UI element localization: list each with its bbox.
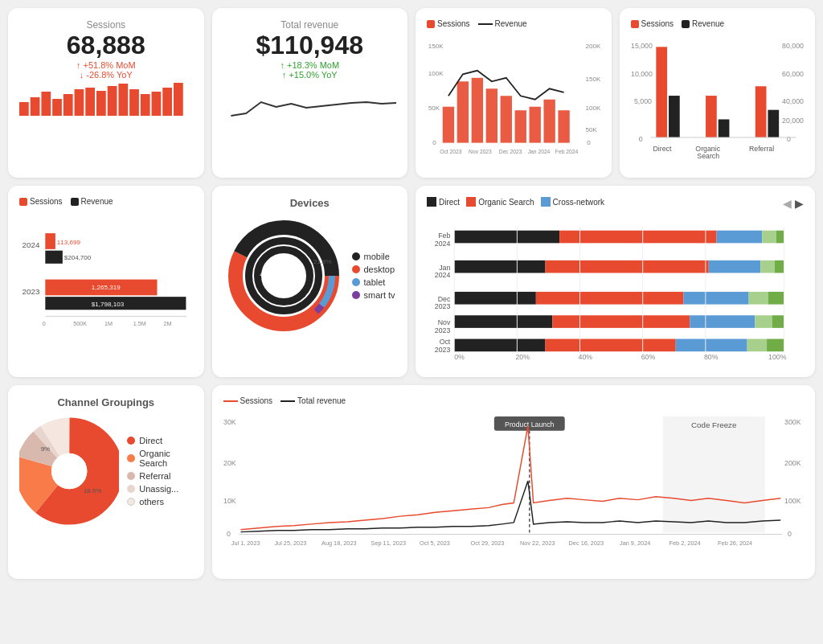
- svg-text:Referral: Referral: [748, 145, 773, 153]
- revenue-value: $110,948: [223, 31, 397, 60]
- svg-text:Jan 2024: Jan 2024: [528, 149, 551, 154]
- devices-legend: mobile desktop tablet smart tv: [352, 252, 395, 300]
- svg-text:500K: 500K: [73, 321, 87, 327]
- svg-text:Code Freeze: Code Freeze: [691, 420, 736, 429]
- svg-text:300K: 300K: [784, 418, 801, 426]
- channels-legend-revenue: Revenue: [682, 19, 724, 28]
- svg-text:Jan 9, 2024: Jan 9, 2024: [620, 539, 650, 547]
- groupings-pie: 60.7% 18.6% 9%: [19, 415, 119, 527]
- svg-rect-109: [749, 292, 768, 305]
- devices-title: Devices: [223, 197, 397, 209]
- timeline-legend-revenue: Revenue: [478, 19, 527, 28]
- svg-rect-8: [108, 86, 117, 116]
- svg-text:Aug 18, 2023: Aug 18, 2023: [321, 539, 357, 547]
- channels-chart: 15,000 10,000 5,000 0 80,000 60,000 40,0…: [631, 31, 805, 164]
- svg-text:90.6%: 90.6%: [273, 289, 294, 297]
- svg-text:100K: 100K: [428, 70, 444, 77]
- svg-text:50K: 50K: [428, 105, 440, 112]
- sessions-yoy: ↓ -26.8% YoY: [19, 70, 193, 80]
- stacked-legend: Direct Organic Search Cross-network: [427, 197, 604, 207]
- svg-rect-26: [472, 78, 483, 143]
- svg-rect-25: [457, 81, 469, 142]
- svg-text:0: 0: [43, 321, 46, 327]
- svg-rect-30: [530, 107, 541, 143]
- devices-card: Devices Sessions 46.6% Revenue 90.6%: [212, 186, 408, 377]
- svg-text:15,000: 15,000: [631, 42, 653, 50]
- svg-text:9%: 9%: [41, 445, 51, 453]
- sessions-card: Sessions 68,888 ↑ +51.8% MoM ↓ -26.8% Yo…: [8, 8, 204, 178]
- revenue-mom: ↑ +18.3% MoM: [223, 60, 397, 70]
- svg-rect-101: [454, 260, 545, 273]
- svg-rect-98: [717, 231, 763, 244]
- svg-rect-118: [676, 339, 747, 352]
- svg-rect-120: [767, 339, 784, 352]
- svg-rect-29: [515, 110, 526, 142]
- svg-point-138: [51, 453, 87, 489]
- svg-text:Sep 11, 2023: Sep 11, 2023: [371, 539, 406, 547]
- svg-rect-31: [543, 100, 555, 143]
- svg-text:40%: 40%: [579, 353, 593, 361]
- svg-text:Search: Search: [697, 152, 719, 160]
- groupings-card: Channel Groupings 60.7% 18.6%: [8, 385, 204, 579]
- svg-text:5,000: 5,000: [633, 97, 651, 105]
- svg-rect-102: [546, 260, 709, 273]
- sessions-mom: ↑ +51.8% MoM: [19, 60, 193, 70]
- svg-text:2023: 2023: [23, 287, 40, 296]
- svg-rect-14: [174, 83, 183, 116]
- yearly-legend: Sessions Revenue: [19, 197, 193, 206]
- svg-text:1.5M: 1.5M: [133, 321, 146, 327]
- devices-donut: Sessions 46.6% Revenue 90.6% 21.8%: [223, 215, 344, 336]
- sessions-mom-arrow: ↑: [76, 60, 81, 70]
- channels-card: Sessions Revenue 15,000 10,000 5,000 0 8…: [620, 8, 816, 178]
- svg-text:80%: 80%: [704, 353, 719, 361]
- svg-rect-7: [96, 91, 106, 116]
- bigchart-card: Sessions Total revenue 30K 20K 10K 0 300…: [212, 385, 816, 579]
- svg-text:Oct 2023: Oct 2023: [440, 149, 462, 154]
- svg-text:1,265,319: 1,265,319: [92, 284, 121, 291]
- svg-text:60,000: 60,000: [782, 70, 804, 78]
- svg-text:Oct 5, 2023: Oct 5, 2023: [420, 539, 450, 547]
- svg-rect-0: [19, 102, 29, 116]
- bigchart-legend: Sessions Total revenue: [223, 396, 805, 405]
- svg-rect-61: [45, 251, 63, 264]
- svg-text:Jul 1, 2023: Jul 1, 2023: [231, 539, 260, 547]
- svg-text:2023: 2023: [435, 326, 451, 334]
- svg-rect-47: [656, 47, 667, 137]
- svg-text:Revenue: Revenue: [270, 281, 297, 288]
- svg-text:Organic: Organic: [695, 145, 720, 153]
- svg-rect-153: [662, 416, 764, 533]
- revenue-card: Total revenue $110,948 ↑ +18.3% MoM ↑ +1…: [212, 8, 408, 178]
- svg-text:Feb: Feb: [438, 232, 450, 240]
- svg-rect-10: [129, 89, 139, 116]
- svg-rect-2: [41, 92, 51, 116]
- svg-text:2023: 2023: [435, 346, 451, 354]
- stacked-card: Direct Organic Search Cross-network ◀ ▶ …: [416, 186, 815, 377]
- svg-rect-9: [118, 84, 128, 116]
- svg-rect-100: [776, 231, 784, 244]
- next-arrow[interactable]: ▶: [795, 197, 804, 210]
- svg-text:10K: 10K: [223, 497, 236, 505]
- svg-rect-12: [152, 92, 162, 116]
- svg-text:20,000: 20,000: [782, 117, 804, 125]
- svg-text:60%: 60%: [641, 353, 656, 361]
- svg-rect-50: [718, 119, 729, 137]
- svg-text:Nov 2023: Nov 2023: [469, 149, 492, 154]
- svg-text:2M: 2M: [164, 321, 172, 327]
- svg-text:Sessions: Sessions: [270, 258, 296, 265]
- svg-text:0: 0: [787, 530, 791, 538]
- svg-text:Feb 26, 2024: Feb 26, 2024: [718, 539, 752, 547]
- svg-text:Dec 16, 2023: Dec 16, 2023: [568, 539, 604, 547]
- svg-text:Feb 2024: Feb 2024: [555, 149, 579, 154]
- svg-text:0: 0: [786, 135, 790, 143]
- svg-text:200K: 200K: [586, 43, 600, 50]
- svg-rect-96: [454, 231, 559, 244]
- svg-text:46.6%: 46.6%: [260, 270, 280, 278]
- svg-text:Jul 25, 2023: Jul 25, 2023: [274, 539, 306, 547]
- sessions-yoy-arrow: ↓: [80, 70, 84, 80]
- svg-rect-104: [760, 260, 775, 273]
- svg-text:80,000: 80,000: [782, 42, 804, 50]
- svg-text:150K: 150K: [428, 43, 444, 50]
- svg-rect-110: [768, 292, 784, 305]
- svg-text:10,000: 10,000: [631, 70, 653, 78]
- prev-arrow[interactable]: ◀: [783, 197, 792, 210]
